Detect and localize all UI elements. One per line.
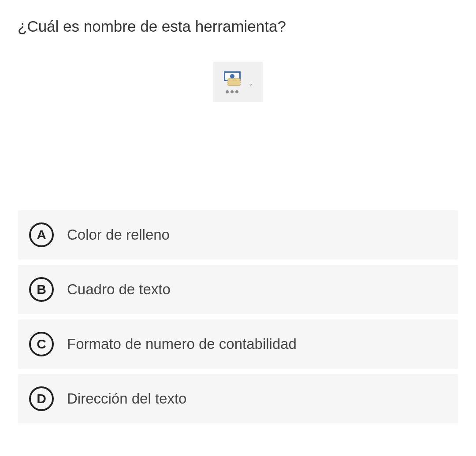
question-image-zone: ⌄ [18, 62, 458, 102]
tool-preview: ⌄ [213, 62, 263, 102]
accounting-number-format-icon [223, 70, 244, 93]
answer-option-d[interactable]: D Dirección del texto [18, 374, 458, 423]
answer-letter: A [29, 222, 54, 247]
answer-text: Cuadro de texto [67, 281, 171, 298]
answer-text: Color de relleno [67, 226, 170, 243]
answer-letter: C [29, 332, 54, 356]
answer-option-b[interactable]: B Cuadro de texto [18, 265, 458, 314]
answer-text: Formato de numero de contabilidad [67, 336, 297, 352]
answer-letter: D [29, 386, 54, 411]
answer-letter: B [29, 277, 54, 302]
answer-option-c[interactable]: C Formato de numero de contabilidad [18, 319, 458, 369]
answer-text: Dirección del texto [67, 390, 186, 407]
question-text: ¿Cuál es nombre de esta herramienta? [18, 18, 458, 35]
answer-option-a[interactable]: A Color de relleno [18, 210, 458, 260]
chevron-down-icon: ⌄ [249, 81, 253, 87]
answers-list: A Color de relleno B Cuadro de texto C F… [18, 210, 458, 423]
